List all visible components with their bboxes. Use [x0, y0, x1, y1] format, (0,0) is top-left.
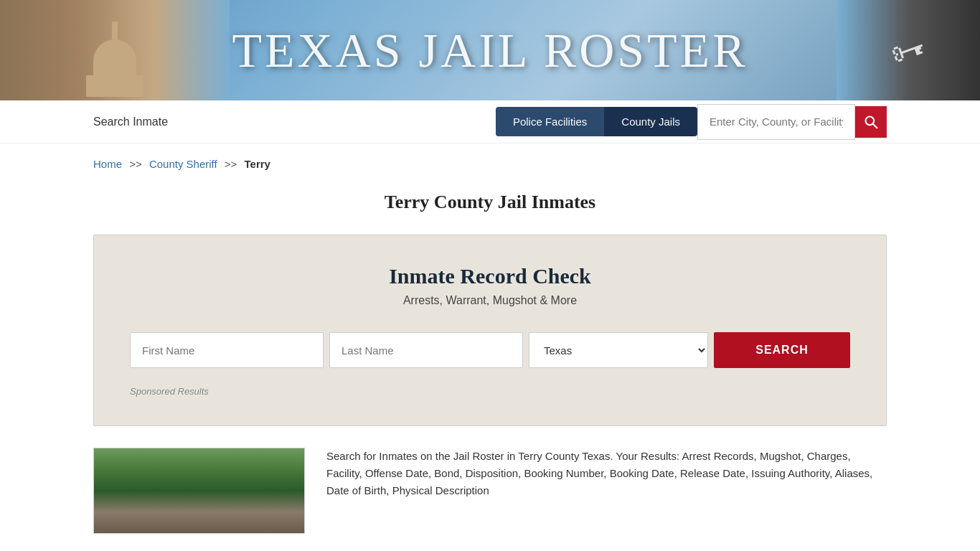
nav-bar: Search Inmate Police Facilities County J… [0, 100, 980, 143]
last-name-input[interactable] [329, 332, 523, 368]
header-banner: Texas Jail Roster 🗝 [0, 0, 980, 100]
county-jails-button[interactable]: County Jails [604, 107, 697, 136]
record-check-title: Inmate Record Check [130, 264, 850, 288]
svg-line-1 [873, 123, 877, 128]
site-title: Texas Jail Roster [232, 22, 748, 79]
breadcrumb-home[interactable]: Home [93, 158, 122, 170]
capitol-dome [72, 22, 158, 100]
state-select[interactable]: AlabamaAlaskaArizonaArkansasCaliforniaCo… [529, 332, 708, 368]
record-check-box: Inmate Record Check Arrests, Warrant, Mu… [93, 235, 887, 426]
dome-body [93, 39, 136, 75]
dome-base [86, 75, 143, 97]
nav-left: Search Inmate [93, 116, 496, 128]
dome-top [112, 22, 118, 39]
police-facilities-button[interactable]: Police Facilities [496, 107, 604, 136]
nav-right: Police Facilities County Jails [496, 104, 887, 140]
bottom-section: Search for Inmates on the Jail Roster in… [93, 448, 887, 534]
breadcrumb: Home >> County Sheriff >> Terry [0, 143, 980, 177]
search-form-row: AlabamaAlaskaArizonaArkansasCaliforniaCo… [130, 332, 850, 368]
sponsored-label: Sponsored Results [130, 386, 850, 397]
search-icon [864, 115, 878, 129]
facility-search-input[interactable] [697, 104, 855, 140]
breadcrumb-sep-1: >> [129, 158, 142, 170]
page-title-wrap: Terry County Jail Inmates [0, 177, 980, 235]
facility-search-button[interactable] [855, 106, 887, 138]
record-check-subtitle: Arrests, Warrant, Mugshot & More [130, 294, 850, 307]
inmate-search-button[interactable]: SEARCH [714, 332, 850, 368]
bottom-description: Search for Inmates on the Jail Roster in… [326, 448, 887, 499]
page-title: Terry County Jail Inmates [0, 192, 980, 213]
breadcrumb-county-sheriff[interactable]: County Sheriff [149, 158, 217, 170]
capitol-image [0, 0, 230, 100]
breadcrumb-current: Terry [245, 158, 270, 170]
keys-icon: 🗝 [885, 26, 931, 75]
first-name-input[interactable] [130, 332, 324, 368]
breadcrumb-sep-2: >> [225, 158, 237, 170]
keys-image: 🗝 [837, 0, 980, 100]
building-image [93, 448, 305, 534]
search-inmate-label: Search Inmate [93, 116, 168, 128]
